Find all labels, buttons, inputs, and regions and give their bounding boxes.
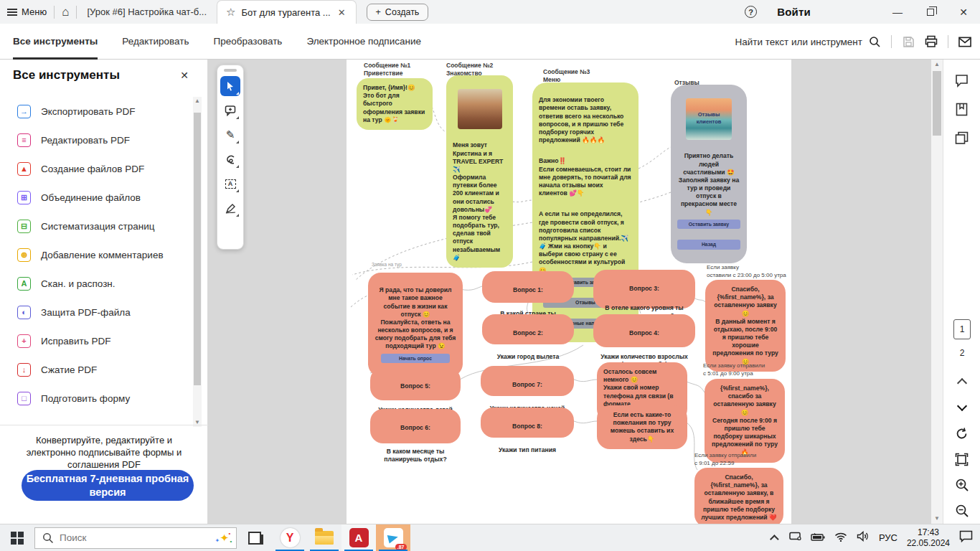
item-label: Подготовить форму — [41, 393, 130, 404]
free-trial-button[interactable]: Бесплатная 7-дневная пробная версия — [22, 470, 194, 501]
language-indicator[interactable]: РУС — [879, 532, 897, 543]
draw-tool-button[interactable] — [220, 149, 240, 169]
taskbar-app-telegram[interactable]: .87 — [376, 524, 410, 551]
sidebar-item-add-comments[interactable]: ⊕Добавление комментариев — [0, 240, 194, 269]
scroll-up-icon[interactable]: ▲ — [193, 97, 202, 105]
close-window-button[interactable]: ✕ — [947, 0, 980, 24]
close-tab-icon[interactable]: ✕ — [336, 7, 347, 18]
sidebar-close-icon[interactable]: ✕ — [180, 70, 189, 81]
sidebar-item-create-pdf[interactable]: ▲Создание файлов PDF — [0, 154, 194, 183]
tray-expand-icon[interactable] — [770, 534, 779, 544]
minimize-button[interactable]: — — [881, 0, 914, 24]
help-icon[interactable]: ? — [745, 6, 757, 18]
select-tool-button[interactable] — [220, 76, 240, 96]
taskbar-app-acrobat[interactable]: A — [341, 524, 376, 551]
item-label: Исправить PDF — [41, 336, 110, 347]
sidebar-item-edit-pdf[interactable]: ≡Редактировать PDF — [0, 126, 194, 154]
task-view-button[interactable] — [248, 532, 261, 545]
tab-edit[interactable]: Редактировать — [122, 24, 189, 60]
taskbar-app-yandex[interactable]: Y — [273, 524, 307, 551]
sidebar-item-export-pdf[interactable]: →Экспортировать PDF — [0, 97, 194, 126]
next-page-icon[interactable] — [954, 398, 970, 414]
volume-icon[interactable] — [857, 531, 870, 545]
zoom-in-icon[interactable] — [954, 477, 970, 493]
add-comments-icon: ⊕ — [17, 248, 31, 262]
display-icon[interactable] — [788, 532, 801, 545]
start-survey-button[interactable]: Начать опрос — [381, 354, 450, 363]
bookmarks-panel-icon[interactable] — [954, 101, 970, 117]
find-tool-button[interactable]: Найти текст или инструмент — [735, 35, 881, 48]
sidebar-scrollbar[interactable]: ▲ ▼ — [193, 97, 202, 427]
taskbar-search-box[interactable]: ✦✦•• — [34, 527, 237, 549]
reviews-back-button[interactable]: Назад — [677, 240, 740, 249]
fix-pdf-icon: + — [17, 334, 31, 348]
tab-current-document[interactable]: ☆ Бот для турагента ... ✕ — [217, 0, 357, 24]
taskbar-app-explorer[interactable] — [307, 524, 341, 551]
scrollbar-thumb[interactable] — [933, 71, 941, 136]
sidebar-item-prepare-form[interactable]: □Подготовить форму — [0, 384, 194, 413]
sidebar-item-combine-files[interactable]: ⊞Объединение файлов — [0, 183, 194, 212]
restore-button[interactable] — [914, 0, 947, 24]
comments-panel-icon[interactable] — [954, 72, 970, 88]
tab-esign[interactable]: Электронное подписание — [306, 24, 421, 60]
login-button[interactable]: Войти — [777, 6, 811, 18]
drag-handle[interactable] — [224, 69, 237, 72]
add-comment-tool-button[interactable] — [220, 100, 240, 121]
question-text: Укажи тип питания — [499, 446, 556, 453]
sidebar-item-scan-ocr[interactable]: AСкан. и распозн. — [0, 269, 194, 298]
scroll-up-icon[interactable]: ▲ — [931, 60, 943, 70]
wifi-icon[interactable] — [834, 532, 847, 545]
sidebar-item-partial[interactable]: ς — [0, 413, 194, 424]
mail-icon[interactable] — [958, 35, 971, 48]
sidebar-item-fix-pdf[interactable]: +Исправить PDF — [0, 326, 194, 355]
bubble-question-1: Вопрос 1: В какой стране ты хочешь прове… — [482, 271, 574, 303]
telegram-icon: .87 — [384, 528, 403, 547]
question-title: Вопрос 6: — [377, 424, 454, 432]
collapse-up-icon[interactable] — [954, 375, 970, 391]
zoom-out-icon[interactable] — [954, 503, 970, 519]
create-button[interactable]: + Создать — [367, 4, 429, 21]
lasso-icon — [225, 155, 236, 164]
page-number-2[interactable]: 2 — [953, 348, 971, 358]
tab-lesson[interactable]: [Урок #6] Настройка чат-б... — [77, 6, 217, 17]
tab-all-tools[interactable]: Все инструменты — [13, 24, 98, 60]
print-icon[interactable] — [925, 35, 938, 48]
home-button[interactable]: ⌂ — [55, 0, 76, 24]
sidebar-tool-list: →Экспортировать PDF ≡Редактировать PDF ▲… — [0, 97, 194, 424]
highlight-tool-button[interactable]: ✎ — [220, 125, 240, 145]
page-thumbnails-icon[interactable] — [954, 130, 970, 146]
fill-sign-tool-button[interactable] — [220, 198, 240, 218]
taskbar-clock[interactable]: 17:43 22.05.2024 — [907, 527, 950, 549]
bubble-question-3: Вопрос 3: В отеле какого уровня ты хочеш… — [593, 270, 695, 309]
menu-button[interactable]: Меню — [0, 0, 54, 24]
item-label: Редактировать PDF — [41, 135, 130, 146]
sidebar-item-organize-pages[interactable]: ⊟Систематизация страниц — [0, 212, 194, 240]
document-scrollbar[interactable]: ▲ ▼ — [931, 60, 943, 524]
star-icon[interactable]: ☆ — [226, 6, 235, 19]
label-message1: Сообщение №1 Приветствие — [364, 62, 410, 78]
quick-tools-panel: ✎ A — [217, 65, 244, 250]
item-label: Экспортировать PDF — [41, 106, 135, 117]
save-icon[interactable] — [902, 35, 915, 48]
fit-page-icon[interactable] — [954, 451, 970, 467]
menu-paragraph1: Для экономии твоего времени оставь заявк… — [539, 96, 623, 143]
sidebar-item-compress-pdf[interactable]: ↓Сжатие PDF — [0, 355, 194, 384]
question-text: В каком месяце ты планируешь отдых? — [384, 448, 446, 463]
select-text-tool-button[interactable]: A — [220, 174, 240, 194]
reviews-leave-request-button[interactable]: Оставить заявку — [677, 220, 740, 229]
scrollbar-thumb[interactable] — [194, 113, 201, 385]
create-label: Создать — [385, 7, 420, 17]
scroll-down-icon[interactable]: ▼ — [193, 418, 202, 427]
sidebar-item-protect-pdf[interactable]: ◐Защита PDF-файла — [0, 298, 194, 326]
scroll-down-icon[interactable]: ▼ — [931, 514, 943, 524]
introduction-text: Меня зовут Кристина и я TRAVEL EXPERT✈️ … — [453, 141, 503, 260]
pdf-page[interactable]: Сообщение №1 Приветствие Привет, {Имя}!😊… — [347, 60, 791, 524]
start-button[interactable] — [11, 532, 24, 545]
battery-icon[interactable] — [811, 532, 825, 545]
notification-center-icon[interactable] — [959, 530, 973, 545]
tab-convert[interactable]: Преобразовать — [214, 24, 283, 60]
clock-time: 17:43 — [918, 527, 939, 537]
search-input[interactable] — [60, 532, 167, 543]
page-number-current[interactable]: 1 — [953, 319, 971, 339]
rotate-refresh-icon[interactable] — [954, 425, 970, 441]
